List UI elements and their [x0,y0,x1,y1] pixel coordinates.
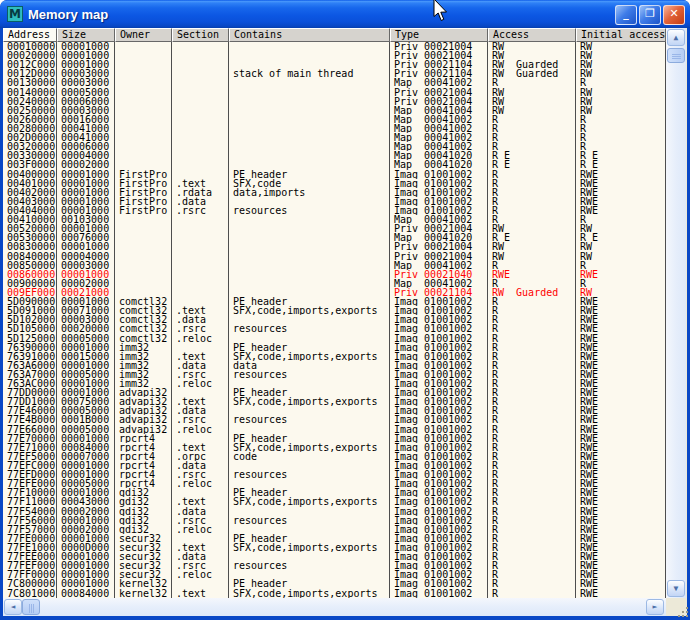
title-bar[interactable]: M Memory map _ ❐ ✕ [0,0,690,28]
vertical-scroll-thumb[interactable] [667,48,685,63]
table-row[interactable]: 5D12500000005000comctl32.relocImag 01001… [3,334,666,343]
cell-initial-access: RWE [576,197,666,206]
table-row[interactable]: 0012C00000001000Priv 00021104RW GuardedR… [3,60,666,69]
table-row[interactable]: 77E4B0000001B000advapi32.rsrcresourcesIm… [3,415,666,424]
table-row[interactable]: 0026000000016000Map 00041002RR [3,115,666,124]
table-row[interactable]: 0014000000005000Priv 00021004RWRW [3,88,666,97]
cell-initial-access: RWE [576,479,666,488]
table-row[interactable]: 0013000000003000Map 00041002RR [3,78,666,87]
cell-owner: FirstPro [115,206,172,215]
close-button[interactable]: ✕ [663,5,685,25]
table-row[interactable]: 77F5600000001000gdi32.rsrcresourcesImag … [3,516,666,525]
table-row[interactable]: 5D09000000001000comctl32PE headerImag 01… [3,297,666,306]
table-row[interactable]: 0002000000001000Priv 00021004RWRW [3,51,666,60]
table-row[interactable]: 0052000000001000Priv 00021004RWRW [3,224,666,233]
cell-access: R [488,443,576,452]
table-row[interactable]: 77DD100000075000advapi32.textSFX,code,im… [3,397,666,406]
table-row[interactable]: 7639100000015000imm32.textSFX,code,impor… [3,352,666,361]
table-row[interactable]: 77DD000000001000advapi32PE headerImag 01… [3,388,666,397]
table-row[interactable]: 0012D00000003000stack of main threadPriv… [3,69,666,78]
table-row[interactable]: 0028000000041000Map 00041002RR [3,124,666,133]
table-row[interactable]: 0032000000006000Map 00041002RR [3,142,666,151]
maximize-button[interactable]: ❐ [639,5,661,25]
table-row[interactable]: 0024000000006000Priv 00021004RWRW [3,97,666,106]
table-row[interactable]: 77F1000000001000gdi32PE headerImag 01001… [3,488,666,497]
table-row[interactable]: 0090000000002000Map 00041002RR [3,279,666,288]
table-row[interactable]: 77F1100000043000gdi32.textSFX,code,impor… [3,497,666,506]
table-row[interactable]: 77FEF00000001000secur32.rsrcresourcesIma… [3,561,666,570]
table-row[interactable]: 77E7100000084000rpcrt4.textSFX,code,impo… [3,443,666,452]
resize-grip[interactable] [666,598,687,616]
cell-type: Imag 01001002 [390,415,488,424]
table-row[interactable]: 0040200000001000FirstPro.rdatadata,impor… [3,188,666,197]
scroll-down-button[interactable]: ▼ [667,580,685,597]
table-row[interactable]: 77F5400000002000gdi32.dataImag 01001002R… [3,507,666,516]
scroll-right-button[interactable]: ► [646,599,664,615]
table-row[interactable]: 77EF500000007000rpcrt4.orpccodeImag 0100… [3,452,666,461]
table-row[interactable]: 0025000000003000Map 00041004RWRW [3,106,666,115]
cell-size: 00002000 [57,160,115,169]
table-row[interactable]: 0040100000001000FirstPro.textSFX,codeIma… [3,179,666,188]
table-row[interactable]: 5D10500000020000comctl32.rsrcresourcesIm… [3,324,666,333]
column-header-access[interactable]: Access [488,28,576,42]
table-row[interactable]: 77E4600000005000advapi32.dataImag 010010… [3,406,666,415]
table-row[interactable]: 77FEE00000001000secur32.dataImag 0100100… [3,552,666,561]
table-row[interactable]: 0001000000001000Priv 00021004RWRW [3,42,666,51]
cell-size: 00001000 [57,488,115,497]
table-row[interactable]: 7639000000001000imm32PE headerImag 01001… [3,343,666,352]
column-header-section[interactable]: Section [172,28,229,42]
table-row[interactable]: 763A700000005000imm32.rsrcresourcesImag … [3,370,666,379]
cell-owner: advapi32 [115,397,172,406]
table-row[interactable]: 763A600000001000imm32.datadataImag 01001… [3,361,666,370]
scroll-up-button[interactable]: ▲ [667,29,685,46]
minimize-button[interactable]: _ [615,5,637,25]
horizontal-scroll-thumb[interactable] [22,599,40,615]
table-row[interactable]: 763AC00000001000imm32.relocImag 01001002… [3,379,666,388]
cell-access: R [488,334,576,343]
table-row[interactable]: 0033000000004000Map 00041020R ER E [3,151,666,160]
table-row[interactable]: 7C80000000001000kernel32PE headerImag 01… [3,579,666,588]
cell-owner [115,133,172,142]
horizontal-scrollbar[interactable]: ◄ ► [3,598,666,616]
table-row[interactable]: 77FF000000001000secur32.relocImag 010010… [3,570,666,579]
table-row[interactable]: 0084000000004000Priv 00021004RWRW [3,252,666,261]
table-row[interactable]: 0085000000003000Map 00041002RR [3,261,666,270]
cell-owner: gdi32 [115,488,172,497]
table-row[interactable]: 0040000000001000FirstProPE headerImag 01… [3,170,666,179]
table-row[interactable]: 0086000000001000Priv 00021040RWERWE [3,270,666,279]
table-row[interactable]: 5D09100000071000comctl32.textSFX,code,im… [3,306,666,315]
table-row[interactable]: 009EF00000021000Priv 00021104RW GuardedR… [3,288,666,297]
table-row[interactable]: 77F5700000002000gdi32.relocImag 01001002… [3,525,666,534]
cell-initial-access: RW [576,42,666,51]
table-row[interactable]: 77E6600000005000advapi32.relocImag 01001… [3,425,666,434]
table-row[interactable]: 7C80100000084000kernel32.textSFX,code,im… [3,589,666,598]
scroll-left-button[interactable]: ◄ [4,599,22,615]
table-row[interactable]: 77FE000000001000secur32PE headerImag 010… [3,534,666,543]
caption-buttons: _ ❐ ✕ [615,5,685,25]
table-row[interactable]: 0053000000076000Map 00041020R ER E [3,233,666,242]
vertical-scrollbar[interactable]: ▲ ▼ [666,28,686,598]
column-header-owner[interactable]: Owner [115,28,172,42]
table-row[interactable]: 77E7000000001000rpcrt4PE headerImag 0100… [3,434,666,443]
table-row[interactable]: 002D000000041000Map 00041002RR [3,133,666,142]
cell-size: 00001000 [57,242,115,251]
table-row[interactable]: 003F000000002000Map 00041020R ER E [3,160,666,169]
table-row[interactable]: 0040400000001000FirstPro.rsrcresourcesIm… [3,206,666,215]
table-row[interactable]: 0041000000103000Map 00041002RR [3,215,666,224]
cell-initial-access: RW [576,97,666,106]
table-row[interactable]: 77EFE00000005000rpcrt4.relocImag 0100100… [3,479,666,488]
table-row[interactable]: 77FE10000000D000secur32.textSFX,code,imp… [3,543,666,552]
table-row[interactable]: 5D10200000003000comctl32.dataImag 010010… [3,315,666,324]
table-row[interactable]: 0083000000001000Priv 00021004RWRW [3,242,666,251]
column-header-size[interactable]: Size [57,28,115,42]
column-header-initial-access[interactable]: Initial access [576,28,666,42]
column-header-contains[interactable]: Contains [229,28,390,42]
column-header-type[interactable]: Type [390,28,488,42]
table-row[interactable]: 77EFC00000001000rpcrt4.dataImag 01001002… [3,461,666,470]
cell-section [172,170,229,179]
cell-owner [115,160,172,169]
table-row[interactable]: 0040300000001000FirstPro.dataImag 010010… [3,197,666,206]
maximize-icon: ❐ [645,5,655,23]
table-row[interactable]: 77EFD00000001000rpcrt4.rsrcresourcesImag… [3,470,666,479]
column-header-address[interactable]: Address [3,28,57,42]
